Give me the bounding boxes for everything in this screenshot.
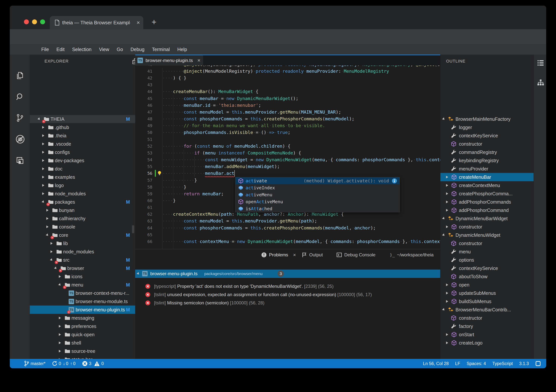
tree-item[interactable]: TS×browser-menu-plugin.tsM xyxy=(30,306,135,314)
cursor-position-indicator[interactable]: Ln 56, Col 28 xyxy=(423,361,449,366)
problems-indicator[interactable]: 3 0 xyxy=(82,361,104,366)
chevron-collapsed-icon[interactable] xyxy=(446,300,448,303)
outline-item[interactable]: DynamicMenuBarWidget xyxy=(440,214,534,223)
menubar-item-file[interactable]: File xyxy=(38,47,53,52)
explorer-scrollbar[interactable] xyxy=(132,225,134,233)
collapse-all-icon[interactable] xyxy=(132,58,135,64)
chevron-collapsed-icon[interactable] xyxy=(59,350,61,353)
tree-item[interactable]: messaging xyxy=(30,314,135,322)
outline-item[interactable]: logger xyxy=(440,123,534,131)
chevron-collapsed-icon[interactable] xyxy=(446,292,448,294)
outline-item[interactable]: BrowserMainMenuFactory xyxy=(440,115,534,123)
tree-item[interactable]: .vscode xyxy=(30,140,135,148)
chevron-expanded-icon[interactable] xyxy=(442,308,446,311)
panel-tab-debugconsole[interactable]: Debug Console xyxy=(336,249,375,261)
menubar-item-edit[interactable]: Edit xyxy=(53,47,68,52)
chevron-collapsed-icon[interactable] xyxy=(59,325,61,328)
tree-item[interactable]: icons xyxy=(30,272,135,281)
chevron-collapsed-icon[interactable] xyxy=(46,226,48,228)
chevron-collapsed-icon[interactable] xyxy=(42,159,44,162)
editor-tab-close-icon[interactable]: × xyxy=(197,57,201,63)
tree-item[interactable]: TSbrowser-context-menu-r... xyxy=(30,289,135,297)
new-tab-button[interactable]: + xyxy=(152,17,156,27)
chevron-collapsed-icon[interactable] xyxy=(446,341,448,344)
outline-item[interactable]: keybindingRegistry xyxy=(440,156,534,165)
chevron-collapsed-icon[interactable] xyxy=(42,192,44,195)
panel-tab-problems[interactable]: Problems× xyxy=(261,249,296,261)
outline-item[interactable]: constructor xyxy=(440,314,534,322)
maximize-window-button[interactable] xyxy=(40,19,45,24)
chevron-collapsed-icon[interactable] xyxy=(51,250,53,253)
outline-item[interactable]: createPhosphorComma... xyxy=(440,189,534,198)
menubar-item-selection[interactable]: Selection xyxy=(68,47,95,52)
chevron-collapsed-icon[interactable] xyxy=(446,192,448,195)
tree-item[interactable]: node_modules xyxy=(30,189,135,198)
chevron-collapsed-icon[interactable] xyxy=(46,209,48,211)
suggest-item[interactable]: openActiveMenu xyxy=(235,198,400,205)
chevron-collapsed-icon[interactable] xyxy=(446,209,448,211)
chevron-collapsed-icon[interactable] xyxy=(42,167,44,170)
outline-item[interactable]: open xyxy=(440,281,534,289)
outline-item[interactable]: BrowserMenuBarContrib... xyxy=(440,306,534,314)
call-hierarchy-icon[interactable] xyxy=(537,79,544,86)
chevron-collapsed-icon[interactable] xyxy=(42,126,44,129)
menubar-item-go[interactable]: Go xyxy=(113,47,127,52)
outline-item[interactable]: onStart xyxy=(440,330,534,339)
tree-item[interactable]: .theia xyxy=(30,131,135,140)
chevron-collapsed-icon[interactable] xyxy=(42,134,44,137)
outline-item[interactable]: constructor xyxy=(440,140,534,148)
chevron-collapsed-icon[interactable] xyxy=(42,184,44,187)
problem-row[interactable]: [typescript] Property 'act' does not exi… xyxy=(135,282,440,290)
editor-tab[interactable]: TS browser-menu-plugin.ts × xyxy=(135,55,203,66)
toggle-panel-icon[interactable] xyxy=(535,361,541,366)
outline-item[interactable]: menu xyxy=(440,248,534,256)
outline-item[interactable]: DynamicMenuWidget xyxy=(440,231,534,239)
chevron-expanded-icon[interactable] xyxy=(58,283,62,286)
extensions-icon[interactable] xyxy=(15,156,24,165)
debug-disabled-icon[interactable] xyxy=(15,135,24,143)
outline-item[interactable]: contextKeyService xyxy=(440,264,534,272)
problem-row[interactable]: [tslint] unused expression, expected an … xyxy=(135,290,440,299)
tree-item[interactable]: source-tree xyxy=(30,347,135,355)
suggest-item[interactable]: activeMenu xyxy=(235,191,400,198)
git-icon[interactable] xyxy=(15,113,24,122)
tree-item[interactable]: .github xyxy=(30,123,135,131)
menubar-item-debug[interactable]: Debug xyxy=(127,47,148,52)
tree-item[interactable]: shell xyxy=(30,339,135,347)
chevron-collapsed-icon[interactable] xyxy=(446,226,448,228)
panel-tab-close-icon[interactable]: × xyxy=(293,252,296,258)
outline-item[interactable]: commandRegistry xyxy=(440,148,534,156)
code-editor[interactable]: 40········@inject(KeybindingRegistry)·pr… xyxy=(135,66,440,249)
chevron-collapsed-icon[interactable] xyxy=(59,341,61,344)
chevron-expanded-icon[interactable] xyxy=(442,217,446,220)
chevron-collapsed-icon[interactable] xyxy=(446,284,448,286)
outline-item[interactable]: createMenuBar xyxy=(440,173,534,181)
outline-item[interactable]: createContextMenu xyxy=(440,181,534,189)
lightbulb-icon[interactable] xyxy=(157,171,162,176)
outline-item[interactable]: contextKeyService xyxy=(440,131,534,140)
tree-item[interactable]: configs xyxy=(30,148,135,156)
tree-item[interactable]: ×THEIAM xyxy=(30,115,135,123)
outline-item[interactable]: addPhosphorCommand xyxy=(440,206,534,214)
suggest-item[interactable]: activate(method) Widget.activate(): void xyxy=(235,177,400,184)
chevron-expanded-icon[interactable] xyxy=(42,200,45,204)
chevron-expanded-icon[interactable] xyxy=(50,258,53,262)
chevron-collapsed-icon[interactable] xyxy=(51,242,53,245)
tree-item[interactable]: examples xyxy=(30,173,135,181)
suggest-item[interactable]: isAttached xyxy=(235,205,400,212)
tree-item[interactable]: console xyxy=(30,223,135,231)
browser-tab-close-icon[interactable]: × xyxy=(137,19,140,26)
git-sync-indicator[interactable]: 0 ↓0 ↑0 xyxy=(52,361,75,366)
info-icon[interactable] xyxy=(392,178,397,184)
tree-item[interactable]: ×menuM xyxy=(30,281,135,289)
outline-item[interactable]: constructor xyxy=(440,239,534,248)
chevron-collapsed-icon[interactable] xyxy=(42,151,44,153)
chevron-expanded-icon[interactable] xyxy=(442,234,446,237)
menubar-item-view[interactable]: View xyxy=(95,47,113,52)
tree-item[interactable]: ×srcM xyxy=(30,256,135,264)
chevron-collapsed-icon[interactable] xyxy=(446,184,448,187)
tree-item[interactable]: lib xyxy=(30,239,135,248)
outline-view-icon[interactable] xyxy=(537,59,544,67)
tree-item[interactable]: ×coreM xyxy=(30,231,135,239)
menubar-item-terminal[interactable]: Terminal xyxy=(148,47,173,52)
